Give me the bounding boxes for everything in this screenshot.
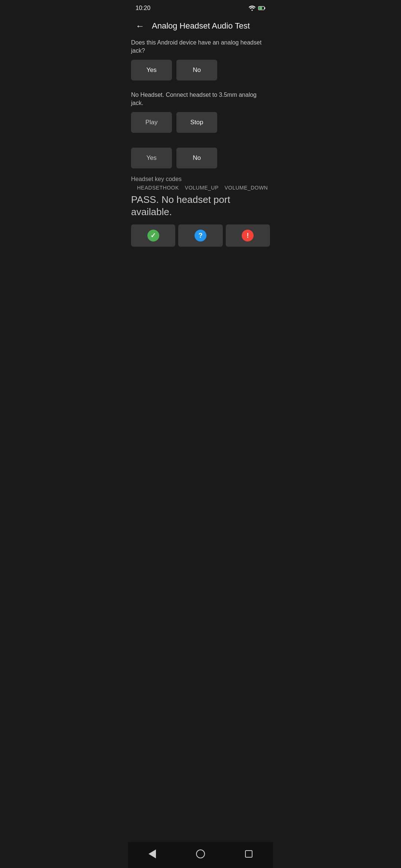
play-button[interactable]: Play xyxy=(131,112,172,133)
fail-result-button[interactable]: ! xyxy=(226,224,270,247)
wifi-icon xyxy=(248,5,256,11)
fail-icon: ! xyxy=(242,230,254,241)
toolbar: ← Analog Headset Audio Test xyxy=(128,15,273,39)
svg-rect-2 xyxy=(259,7,262,10)
pass-icon: ✓ xyxy=(147,230,159,241)
section-divider xyxy=(131,140,270,148)
unknown-result-button[interactable]: ? xyxy=(178,224,222,247)
key-code-volume-up: VOLUME_UP xyxy=(185,185,219,191)
pass-result-button[interactable]: ✓ xyxy=(131,224,175,247)
headset-jack-question: Does this Android device have an analog … xyxy=(131,39,270,60)
content-area: Does this Android device have an analog … xyxy=(128,39,273,247)
headset-instruction: No Headset. Connect headset to 3.5mm ana… xyxy=(131,88,270,112)
svg-rect-1 xyxy=(264,7,265,9)
page-title: Analog Headset Audio Test xyxy=(152,21,250,31)
jack-yes-button[interactable]: Yes xyxy=(131,60,172,80)
battery-icon xyxy=(258,5,265,11)
main-content: ← Analog Headset Audio Test Does this An… xyxy=(128,15,273,284)
status-icons xyxy=(248,5,265,11)
pass-status-text: PASS. No headset port available. xyxy=(131,194,270,219)
play-stop-buttons: Play Stop xyxy=(131,112,270,133)
key-code-volume-down: VOLUME_DOWN xyxy=(225,185,268,191)
key-codes-list: HEADSETHOOK VOLUME_UP VOLUME_DOWN xyxy=(131,185,270,191)
status-bar: 10:20 xyxy=(128,0,273,15)
heard-answer-buttons: Yes No xyxy=(131,148,270,168)
jack-answer-buttons: Yes No xyxy=(131,60,270,80)
heard-yes-button[interactable]: Yes xyxy=(131,148,172,168)
jack-no-button[interactable]: No xyxy=(176,60,217,80)
heard-no-button[interactable]: No xyxy=(176,148,217,168)
key-code-headsethook: HEADSETHOOK xyxy=(137,185,179,191)
status-time: 10:20 xyxy=(136,5,150,11)
back-button[interactable]: ← xyxy=(134,19,146,33)
result-buttons-row: ✓ ? ! xyxy=(131,224,270,247)
question-icon: ? xyxy=(195,230,206,241)
key-codes-label: Headset key codes xyxy=(131,176,270,183)
stop-button[interactable]: Stop xyxy=(176,112,217,133)
